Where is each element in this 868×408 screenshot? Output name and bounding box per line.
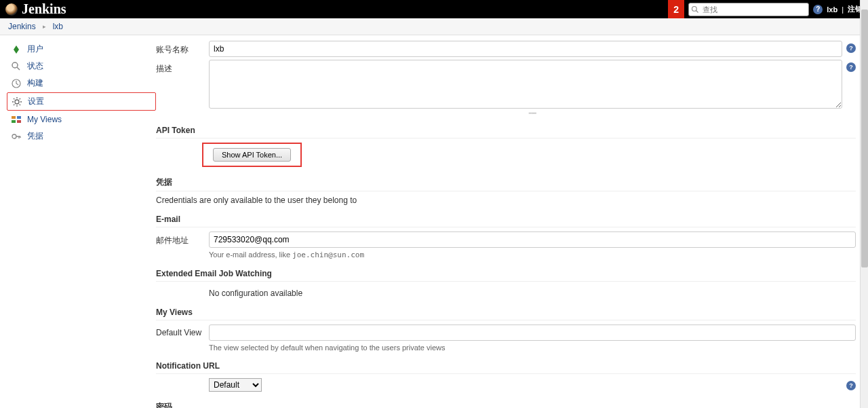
highlight-box: Show API Token... — [202, 143, 302, 167]
help-icon[interactable]: ? — [846, 62, 856, 72]
separator: | — [842, 5, 844, 14]
account-name-label: 账号名称 — [156, 41, 209, 56]
user-icon — [11, 44, 22, 55]
account-name-input[interactable] — [209, 41, 842, 57]
email-label: 邮件地址 — [156, 231, 209, 246]
views-icon — [11, 114, 22, 125]
search-input[interactable] — [688, 3, 809, 16]
notification-url-select[interactable]: Default — [209, 378, 262, 392]
chevron-right-icon: ▸ — [43, 23, 46, 30]
myviews-heading: My Views — [156, 308, 856, 320]
default-view-label: Default View — [156, 324, 209, 337]
svg-line-3 — [17, 67, 20, 70]
help-icon[interactable]: ? — [813, 5, 823, 14]
sidebar-item-users[interactable]: 用户 — [7, 41, 156, 58]
sidebar-item-build[interactable]: 构建 — [7, 75, 156, 92]
email-hint: Your e-mail address, like joe.chin@sun.c… — [209, 251, 856, 259]
notification-badge[interactable]: 2 — [668, 0, 684, 18]
search-box — [688, 3, 809, 16]
sidebar-item-label: 凭据 — [27, 130, 43, 142]
resize-grip-icon[interactable]: ▪▪▪▪▪▪ — [209, 110, 856, 116]
ext-email-text: No configuration available — [209, 289, 856, 298]
sidebar-item-label: 用户 — [27, 43, 43, 55]
brand-title: Jenkins — [22, 1, 66, 17]
notification-url-heading: Notification URL — [156, 361, 856, 374]
sidebar-item-label: 状态 — [27, 60, 43, 72]
svg-rect-7 — [17, 116, 21, 119]
show-api-token-button[interactable]: Show API Token... — [213, 148, 291, 162]
password-heading: 密码 — [156, 401, 856, 408]
credentials-heading: 凭据 — [156, 177, 856, 191]
sidebar-item-label: 设置 — [28, 96, 44, 107]
search-icon — [11, 61, 22, 72]
help-icon[interactable]: ? — [846, 381, 856, 390]
description-label: 描述 — [156, 60, 209, 75]
breadcrumb-item[interactable]: Jenkins — [8, 22, 36, 31]
svg-rect-9 — [17, 120, 21, 123]
user-link[interactable]: lxb — [827, 5, 837, 14]
breadcrumb-item[interactable]: lxb — [53, 22, 63, 31]
sidebar-item-credentials[interactable]: 凭据 — [7, 128, 156, 145]
default-view-input[interactable] — [209, 324, 856, 341]
svg-rect-8 — [12, 120, 16, 123]
description-textarea[interactable] — [209, 60, 842, 109]
empty-label — [156, 378, 209, 382]
svg-point-2 — [12, 62, 18, 68]
api-token-heading: API Token — [156, 126, 856, 138]
ext-email-heading: Extended Email Job Watching — [156, 269, 856, 282]
main-content: 账号名称 ? 描述 ? ▪▪▪▪▪▪ API Token Show API To… — [156, 35, 868, 408]
svg-rect-6 — [12, 116, 16, 119]
clock-icon — [11, 78, 22, 89]
svg-point-10 — [12, 134, 16, 138]
svg-point-5 — [15, 100, 19, 104]
credentials-text: Credentials are only available to the us… — [156, 196, 856, 205]
sidebar-item-configure[interactable]: 设置 — [7, 92, 156, 111]
scrollbar[interactable] — [860, 0, 868, 408]
sidebar-item-label: 构建 — [27, 77, 43, 89]
email-input[interactable] — [209, 231, 856, 248]
svg-line-1 — [696, 10, 698, 12]
email-heading: E-mail — [156, 215, 856, 227]
brand-logo[interactable]: Jenkins — [5, 1, 66, 17]
sidebar-item-status[interactable]: 状态 — [7, 58, 156, 75]
key-icon — [11, 131, 22, 142]
help-icon[interactable]: ? — [846, 43, 856, 53]
search-icon — [691, 5, 699, 14]
gear-icon — [12, 96, 22, 107]
default-view-hint: The view selected by default when naviga… — [209, 344, 856, 352]
scrollbar-thumb[interactable] — [861, 10, 868, 267]
top-header: Jenkins 2 ? lxb | 注销 — [0, 0, 868, 18]
svg-point-0 — [692, 6, 697, 11]
sidebar-item-myviews[interactable]: My Views — [7, 111, 156, 128]
jenkins-icon — [5, 3, 18, 16]
sidebar: 用户 状态 构建 设置 My Views 凭据 — [0, 35, 156, 408]
sidebar-item-label: My Views — [27, 115, 62, 124]
breadcrumb: Jenkins ▸ lxb — [0, 18, 868, 35]
